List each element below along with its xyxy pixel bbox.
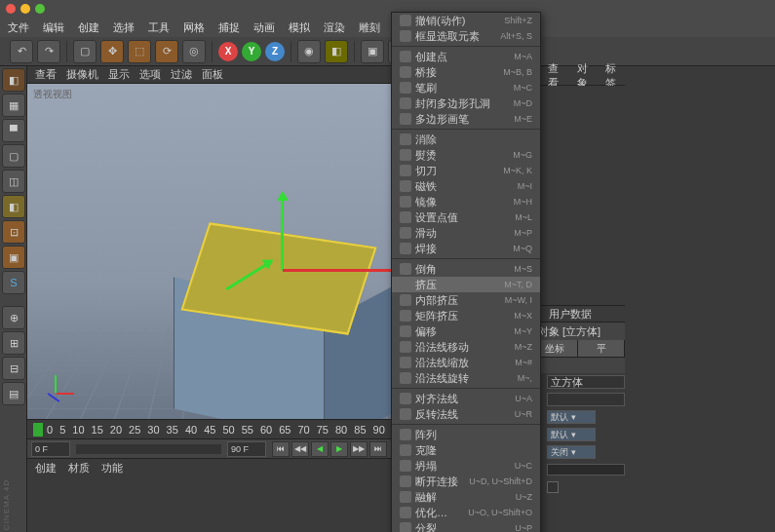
undo-button[interactable]: ↶ [10, 40, 33, 63]
timeline-start-input[interactable] [31, 441, 70, 457]
gizmo-y-axis[interactable] [281, 193, 284, 271]
ctx-item[interactable]: 坍塌U~C [392, 458, 540, 474]
ctx-item[interactable]: 创建点M~A [392, 49, 540, 64]
menu-snap[interactable]: 捕捉 [218, 20, 240, 35]
ctx-item[interactable]: 分裂U~P [392, 520, 540, 532]
ctx-item[interactable]: 设置点值M~L [392, 209, 540, 225]
menu-sculpt[interactable]: 雕刻 [359, 20, 380, 35]
polygon-mode-button[interactable]: ▣ [2, 246, 25, 269]
menu-animate[interactable]: 动画 [253, 20, 275, 35]
ctx-item[interactable]: 挤压M~T, D [392, 277, 540, 292]
menu-tools[interactable]: 工具 [148, 20, 170, 35]
ctx-item[interactable]: 焊接M~Q [392, 241, 540, 256]
menu-render[interactable]: 渲染 [324, 20, 345, 35]
last-tool[interactable]: ◎ [182, 40, 206, 63]
menu-create[interactable]: 创建 [78, 20, 99, 35]
perspective-viewport[interactable]: 透视视图 [27, 84, 391, 419]
axis-mode-button[interactable]: ◫ [2, 170, 25, 193]
attr-input[interactable]: 立方体 [547, 375, 625, 389]
ctx-item[interactable]: 磁铁M~I [392, 178, 540, 194]
play-next-button[interactable]: ▶▶ [350, 441, 368, 457]
attr-checkbox[interactable] [547, 481, 559, 493]
axis-x-toggle[interactable]: X [218, 42, 238, 61]
ctx-item[interactable]: 反转法线U~R [392, 406, 540, 422]
play-back-button[interactable]: ◀ [311, 441, 329, 457]
edge-mode-button[interactable]: ⊡ [2, 220, 25, 244]
timeline-ruler[interactable]: 051015202530354045505560657075808590 [27, 419, 391, 438]
uv-point-button[interactable]: S [2, 271, 25, 294]
texture-mode-button[interactable]: ▦ [2, 94, 25, 117]
play-prev-button[interactable]: ◀◀ [291, 441, 309, 457]
attr-input[interactable] [547, 393, 625, 406]
point-mode-button[interactable]: ◧ [2, 195, 25, 218]
rotate-tool[interactable]: ⟳ [155, 40, 178, 63]
ctx-item[interactable]: 封闭多边形孔洞M~D [392, 95, 540, 111]
axis-y-toggle[interactable]: Y [242, 42, 261, 61]
ctx-item[interactable]: 镜像M~H [392, 194, 540, 209]
menu-edit[interactable]: 编辑 [43, 20, 64, 35]
lock-button[interactable]: ⊟ [2, 357, 25, 380]
play-forward-button[interactable]: ▶ [330, 441, 348, 457]
bot-tab-material[interactable]: 材质 [68, 461, 90, 475]
object-mode-button[interactable]: ▢ [2, 144, 25, 168]
attr-dropdown[interactable]: 默认 ▾ [547, 428, 596, 441]
menu-mesh[interactable]: 网格 [183, 20, 205, 35]
model-mode-button[interactable]: ◧ [2, 68, 25, 92]
menu-simulate[interactable]: 模拟 [289, 20, 310, 35]
move-tool[interactable]: ✥ [100, 40, 124, 63]
redo-button[interactable]: ↷ [37, 40, 60, 63]
ctx-item[interactable]: 阵列 [392, 427, 540, 442]
enable-axis-button[interactable]: ⊕ [2, 306, 25, 329]
menu-file[interactable]: 文件 [8, 20, 29, 35]
ctx-item[interactable]: 沿法线缩放M~# [392, 355, 540, 370]
select-tool[interactable]: ▢ [73, 40, 97, 63]
bot-tab-function[interactable]: 功能 [101, 461, 123, 475]
coord-sys-button[interactable]: ◉ [297, 40, 321, 63]
ctx-item[interactable]: 桥接M~B, B [392, 64, 540, 80]
ctx-item[interactable]: 多边形画笔M~E [392, 111, 540, 127]
maximize-dot[interactable] [35, 4, 45, 14]
ctx-item[interactable]: 熨烫M~G [392, 147, 540, 163]
view-menu-panel[interactable]: 面板 [202, 67, 223, 82]
cube-primitive-button[interactable]: ◧ [325, 40, 348, 63]
attr-tab-userdata[interactable]: 用户数据 [549, 307, 592, 322]
view-menu-view[interactable]: 查看 [35, 67, 57, 82]
axis-z-toggle[interactable]: Z [265, 42, 285, 61]
ctx-item[interactable]: 消除 [392, 132, 540, 147]
ctx-item[interactable]: 偏移M~Y [392, 323, 540, 339]
view-menu-options[interactable]: 选项 [139, 67, 161, 82]
menu-select[interactable]: 选择 [113, 20, 135, 35]
attr-dropdown[interactable]: 关闭 ▾ [547, 445, 596, 459]
play-last-button[interactable]: ⏭ [369, 441, 387, 457]
view-menu-filter[interactable]: 过滤 [171, 67, 192, 82]
ctx-item[interactable]: 沿法线旋转M~, [392, 370, 540, 386]
view-menu-display[interactable]: 显示 [108, 67, 130, 82]
play-first-button[interactable]: ⏮ [272, 441, 290, 457]
ctx-item[interactable]: 沿法线移动M~Z [392, 339, 540, 355]
scale-tool[interactable]: ⬚ [128, 40, 151, 63]
timeline-end-input[interactable] [227, 441, 266, 457]
ctx-item[interactable]: 笔刷M~C [392, 80, 540, 95]
workplane-lock-button[interactable]: ▤ [2, 382, 25, 405]
timeline-playhead[interactable] [33, 423, 43, 437]
attr-color[interactable] [547, 464, 625, 475]
attr-dropdown[interactable]: 默认 ▾ [547, 410, 596, 424]
subtab-smooth[interactable]: 平 [578, 340, 625, 357]
bot-tab-create[interactable]: 创建 [35, 461, 57, 475]
snap-button[interactable]: ⊞ [2, 331, 25, 355]
close-dot[interactable] [6, 4, 16, 14]
ctx-item[interactable]: 切刀M~K, K [392, 163, 540, 178]
view-menu-camera[interactable]: 摄像机 [66, 67, 98, 82]
ctx-item[interactable]: 优化…U~O, U~Shift+O [392, 505, 540, 520]
ctx-item[interactable]: 融解U~Z [392, 489, 540, 505]
workplane-button[interactable]: ▀ [2, 119, 25, 142]
ctx-item[interactable]: 对齐法线U~A [392, 391, 540, 406]
ctx-item[interactable]: 内部挤压M~W, I [392, 292, 540, 308]
render-button[interactable]: ▣ [361, 40, 384, 63]
ctx-item[interactable]: 框显选取元素Alt+S, S [392, 28, 540, 44]
ctx-item[interactable]: 矩阵挤压M~X [392, 308, 540, 323]
ctx-item[interactable]: 滑动M~P [392, 225, 540, 241]
ctx-item[interactable]: 断开连接U~D, U~Shift+D [392, 474, 540, 489]
minimize-dot[interactable] [20, 4, 30, 14]
ctx-item[interactable]: 撤销(动作)Shift+Z [392, 13, 540, 28]
